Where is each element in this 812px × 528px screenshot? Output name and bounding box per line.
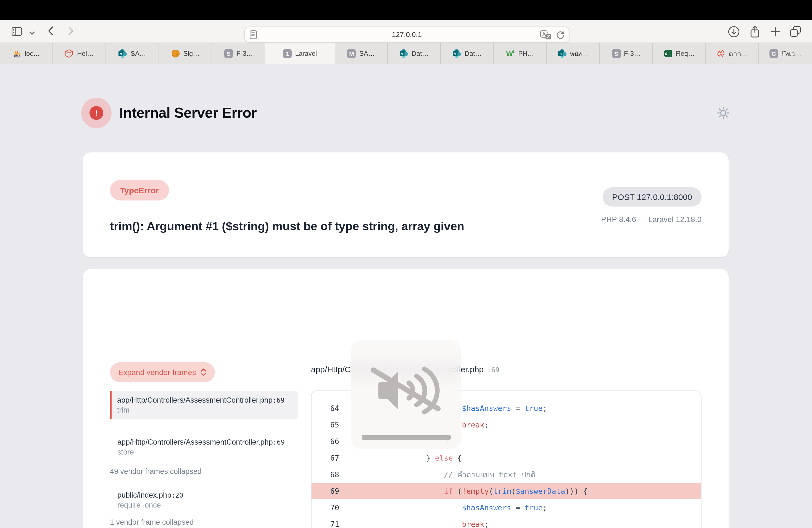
exception-message: trim(): Argument #1 ($string) must be of… xyxy=(110,220,464,234)
svg-text:PMA: PMA xyxy=(14,55,20,58)
exclamation-icon: ! xyxy=(89,106,103,120)
numeral-1-favicon: 1 xyxy=(283,49,292,58)
browser-tab[interactable]: W 3 PH… xyxy=(494,43,547,64)
frame-method: require_once xyxy=(117,501,292,509)
volume-mute-hud xyxy=(351,340,461,449)
svg-text:W: W xyxy=(506,49,513,58)
letter-s-favicon: S xyxy=(224,49,233,58)
svg-text:s: s xyxy=(454,52,456,56)
sharepoint-favicon: s xyxy=(452,49,461,58)
line-number: 66 xyxy=(311,437,339,446)
svg-text:A: A xyxy=(542,31,546,37)
browser-tab[interactable]: ดอก… xyxy=(706,43,759,64)
sharepoint-favicon: s xyxy=(557,49,566,58)
line-number: 68 xyxy=(311,470,339,479)
stack-frame[interactable]: public/index.php:20 require_once xyxy=(110,486,298,514)
code-text: // คำถามแบบ text ปกติ xyxy=(354,468,536,481)
sidebar-chevron-down-icon[interactable] xyxy=(29,31,35,35)
forward-button[interactable] xyxy=(68,26,74,36)
url-text[interactable]: 127.0.0.1 xyxy=(245,30,569,39)
error-summary-card: TypeError trim(): Argument #1 ($string) … xyxy=(83,152,729,258)
line-number: 69 xyxy=(311,487,339,495)
tab-label: loc… xyxy=(25,50,40,57)
page-title: Internal Server Error xyxy=(119,104,257,121)
tab-label: Dat… xyxy=(411,50,429,57)
error-page: ! Internal Server Error TypeError trim()… xyxy=(0,64,812,528)
code-text: } else { xyxy=(354,453,462,462)
browser-tab[interactable]: s SA… xyxy=(106,43,159,64)
tab-label: หนัง… xyxy=(570,48,589,59)
tab-overview-button[interactable] xyxy=(789,25,801,37)
browser-tab-active[interactable]: 1 Laravel xyxy=(265,43,335,64)
tab-bar: PMA loc… Hel… s xyxy=(0,43,812,64)
new-tab-button[interactable] xyxy=(769,26,781,37)
svg-text:s: s xyxy=(120,52,122,56)
browser-tab[interactable]: M SA… xyxy=(335,43,388,64)
sidebar-toggle-icon[interactable] xyxy=(11,27,23,36)
line-number: 71 xyxy=(311,520,339,528)
menu-bar xyxy=(0,0,812,20)
browser-tab[interactable]: s Dat… xyxy=(441,43,494,64)
sun-icon xyxy=(717,106,729,119)
theme-toggle-button[interactable] xyxy=(713,103,733,122)
tab-label: Hel… xyxy=(77,50,93,57)
svg-text:X: X xyxy=(665,52,668,56)
browser-tab[interactable]: Sig… xyxy=(159,43,212,64)
letter-m-favicon: M xyxy=(347,49,356,58)
tab-label: F-3… xyxy=(624,50,640,57)
tab-label: บึงเว… xyxy=(782,48,802,59)
reader-icon[interactable] xyxy=(250,30,257,39)
reload-icon[interactable] xyxy=(556,31,565,40)
letter-s-favicon: S xyxy=(612,49,621,58)
browser-tab[interactable]: s หนัง… xyxy=(547,43,600,64)
browser-tab[interactable]: S F-3… xyxy=(212,43,265,64)
browser-tab[interactable]: G บึงเว… xyxy=(759,43,812,64)
browser-tab[interactable]: S F-3… xyxy=(600,43,653,64)
code-line: 67 } else { xyxy=(311,450,701,466)
tab-label: Req… xyxy=(676,50,695,57)
screen: 127.0.0.1 A xyxy=(0,0,812,528)
tab-label: SA… xyxy=(359,50,375,57)
tab-label: PH… xyxy=(518,50,534,57)
volume-level-bar xyxy=(362,435,451,440)
frame-file: app/Http/Controllers/AssessmentControlle… xyxy=(117,438,292,446)
expand-vendor-frames-button[interactable]: Expand vendor frames xyxy=(110,362,215,382)
svg-text:s: s xyxy=(559,52,562,56)
request-method-badge: POST 127.0.0.1:8000 xyxy=(603,187,701,207)
code-line: 69 if (!empty(trim($answerData))) { xyxy=(311,483,701,499)
phpmyadmin-favicon: PMA xyxy=(13,49,21,58)
browser-tab[interactable]: Hel… xyxy=(53,43,106,64)
collapsed-vendor-frames[interactable]: 1 vendor frame collapsed xyxy=(110,518,193,526)
stack-frame-active[interactable]: app/Http/Controllers/AssessmentControlle… xyxy=(110,391,298,419)
back-button[interactable] xyxy=(47,26,54,36)
code-text: if (!empty(trim($answerData))) { xyxy=(354,487,588,495)
line-number: 67 xyxy=(311,453,339,462)
translate-icon[interactable]: A xyxy=(540,30,551,40)
tab-label: F-3… xyxy=(236,50,253,57)
tab-label: SA… xyxy=(131,50,146,57)
error-status-icon: ! xyxy=(81,98,112,128)
w3schools-favicon: W 3 xyxy=(506,49,515,58)
code-text: break; xyxy=(354,520,489,528)
downloads-button[interactable] xyxy=(727,25,740,38)
tab-label: Sig… xyxy=(184,50,200,57)
browser-toolbar: 127.0.0.1 A xyxy=(0,20,812,43)
code-line: 70 $hasAnswers = true; xyxy=(311,499,701,516)
svg-text:3: 3 xyxy=(512,49,514,54)
browser-tab[interactable]: X Req… xyxy=(653,43,706,64)
collapsed-vendor-frames[interactable]: 49 vendor frames collapsed xyxy=(110,467,202,475)
browser-tab[interactable]: PMA loc… xyxy=(0,43,53,64)
sharepoint-favicon: s xyxy=(400,49,408,58)
exception-type-badge[interactable]: TypeError xyxy=(110,180,169,201)
stack-frame[interactable]: app/Http/Controllers/AssessmentControlle… xyxy=(110,433,298,461)
frame-method: trim xyxy=(117,406,292,414)
line-number: 70 xyxy=(311,503,339,512)
browser-tab[interactable]: s Dat… xyxy=(388,43,441,64)
frame-file: app/Http/Controllers/AssessmentControlle… xyxy=(117,396,292,404)
share-button[interactable] xyxy=(749,25,760,38)
expand-collapse-icon xyxy=(201,368,207,377)
address-bar[interactable]: 127.0.0.1 A xyxy=(244,27,569,43)
laravel-favicon xyxy=(717,49,726,58)
frame-method: store xyxy=(117,448,292,456)
expand-vendor-frames-label: Expand vendor frames xyxy=(118,368,196,377)
